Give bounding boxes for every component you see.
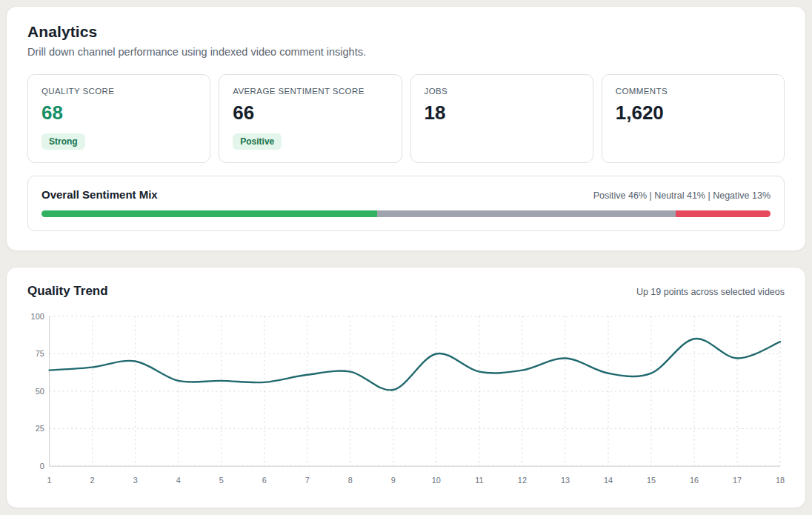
- sentiment-segment-positive: [41, 210, 377, 217]
- quality-trend-chart: 0255075100123456789101112131415161718: [27, 309, 785, 488]
- svg-text:3: 3: [133, 476, 138, 485]
- svg-text:12: 12: [518, 476, 527, 485]
- analytics-dashboard: Analytics Drill down channel performance…: [6, 6, 806, 508]
- svg-text:25: 25: [36, 424, 44, 433]
- sentiment-segment-negative: [676, 210, 771, 217]
- svg-text:6: 6: [262, 476, 267, 485]
- svg-text:11: 11: [475, 476, 483, 485]
- stat-label: JOBS: [425, 87, 579, 96]
- svg-text:18: 18: [776, 476, 785, 485]
- stat-card-quality-score: QUALITY SCORE 68 Strong: [27, 74, 210, 163]
- svg-text:7: 7: [305, 476, 310, 485]
- average-sentiment-badge: Positive: [233, 133, 282, 150]
- svg-text:0: 0: [40, 462, 44, 471]
- stat-label: COMMENTS: [616, 87, 771, 96]
- sentiment-mix-title: Overall Sentiment Mix: [41, 188, 158, 201]
- sentiment-mix-header: Overall Sentiment Mix Positive 46% | Neu…: [41, 188, 771, 201]
- svg-text:4: 4: [176, 476, 181, 485]
- comments-value: 1,620: [616, 102, 771, 124]
- svg-text:9: 9: [391, 476, 396, 485]
- quality-trend-title: Quality Trend: [27, 284, 108, 299]
- page-subtitle: Drill down channel performance using ind…: [27, 46, 785, 58]
- quality-trend-chart-area: 0255075100123456789101112131415161718: [27, 309, 785, 488]
- analytics-card: Analytics Drill down channel performance…: [6, 6, 806, 251]
- svg-text:15: 15: [647, 476, 656, 485]
- stat-card-jobs: JOBS 18: [410, 74, 593, 163]
- svg-text:100: 100: [31, 312, 44, 321]
- stat-label: AVERAGE SENTIMENT SCORE: [233, 87, 387, 96]
- sentiment-mix-summary: Positive 46% | Neutral 41% | Negative 13…: [593, 190, 771, 201]
- stat-card-average-sentiment: AVERAGE SENTIMENT SCORE 66 Positive: [219, 74, 402, 163]
- svg-text:14: 14: [604, 476, 613, 485]
- quality-score-badge: Strong: [41, 133, 85, 150]
- jobs-value: 18: [425, 102, 579, 124]
- quality-score-value: 68: [41, 102, 196, 124]
- sentiment-segment-neutral: [377, 210, 676, 217]
- quality-trend-note: Up 19 points across selected videos: [636, 287, 785, 297]
- svg-text:17: 17: [733, 476, 742, 485]
- svg-text:75: 75: [36, 349, 44, 358]
- stat-card-comments: COMMENTS 1,620: [602, 74, 785, 163]
- svg-text:13: 13: [561, 476, 570, 485]
- svg-text:2: 2: [90, 476, 95, 485]
- svg-text:5: 5: [219, 476, 224, 485]
- sentiment-bar: [41, 210, 771, 217]
- stats-row: QUALITY SCORE 68 Strong AVERAGE SENTIMEN…: [27, 74, 785, 163]
- average-sentiment-value: 66: [233, 102, 387, 124]
- stat-label: QUALITY SCORE: [41, 87, 196, 96]
- svg-text:50: 50: [36, 387, 44, 396]
- sentiment-mix-box: Overall Sentiment Mix Positive 46% | Neu…: [27, 176, 785, 231]
- svg-text:1: 1: [47, 476, 52, 485]
- quality-trend-header: Quality Trend Up 19 points across select…: [27, 284, 785, 299]
- page-title: Analytics: [27, 23, 785, 41]
- quality-trend-card: Quality Trend Up 19 points across select…: [6, 267, 806, 508]
- svg-text:10: 10: [432, 476, 441, 485]
- svg-text:16: 16: [690, 476, 699, 485]
- svg-text:8: 8: [348, 476, 353, 485]
